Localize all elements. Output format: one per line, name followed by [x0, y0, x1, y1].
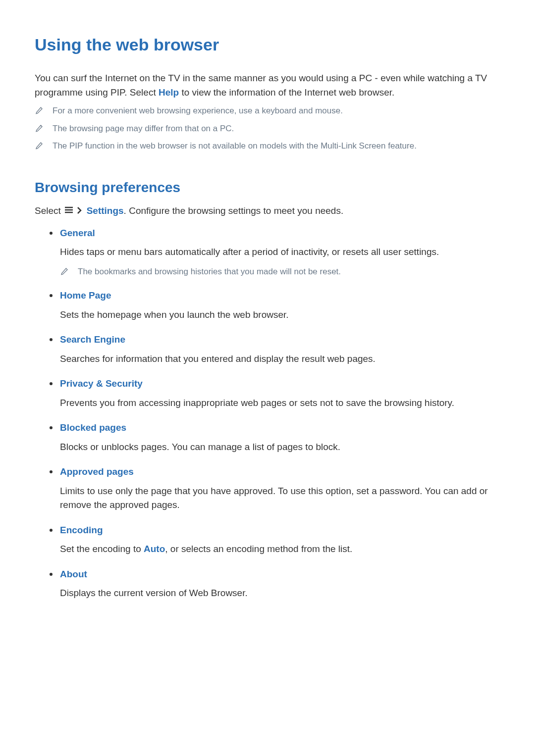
intro-paragraph: You can surf the Internet on the TV in t…: [35, 71, 500, 100]
preferences-list: General Hides taps or menu bars automati…: [35, 226, 500, 601]
pref-title: About: [60, 567, 87, 582]
settings-instruction: Select Settings. Configure the browsing …: [35, 204, 500, 218]
pref-item-encoding: Encoding Set the encoding to Auto, or se…: [50, 523, 500, 556]
bullet-icon: [50, 529, 53, 532]
bullet-icon: [50, 426, 53, 429]
pref-description: Limits to use only the page that you hav…: [60, 484, 500, 512]
bullet-icon: [50, 294, 53, 297]
pref-title: General: [60, 226, 95, 241]
pref-item-approved-pages: Approved pages Limits to use only the pa…: [50, 465, 500, 512]
pencil-icon: [35, 141, 44, 151]
notes-section: For a more convenient web browsing exper…: [35, 104, 500, 152]
note-text: The browsing page may differ from that o…: [53, 122, 234, 135]
encoding-desc-pre: Set the encoding to: [60, 544, 144, 554]
settings-text-pre: Select: [35, 205, 63, 216]
pref-description: Prevents you from accessing inappropriat…: [60, 396, 500, 410]
note-item: For a more convenient web browsing exper…: [35, 104, 500, 117]
encoding-auto-highlight: Auto: [144, 544, 165, 554]
section-title-browsing-preferences: Browsing preferences: [35, 177, 500, 198]
intro-text-post: to view the information of the Internet …: [179, 87, 394, 98]
pref-title: Home Page: [60, 289, 111, 303]
pref-description: Blocks or unblocks pages. You can manage…: [60, 440, 500, 454]
bullet-icon: [50, 338, 53, 341]
pref-note: The bookmarks and browsing histories tha…: [60, 265, 500, 278]
bullet-icon: [50, 573, 53, 576]
hamburger-icon: [64, 203, 73, 218]
pref-title: Blocked pages: [60, 421, 126, 435]
pencil-icon: [35, 105, 44, 115]
pref-item-search-engine: Search Engine Searches for information t…: [50, 333, 500, 366]
pref-item-blocked-pages: Blocked pages Blocks or unblocks pages. …: [50, 421, 500, 454]
pref-title: Encoding: [60, 523, 103, 538]
pref-item-home-page: Home Page Sets the homepage when you lau…: [50, 289, 500, 322]
pref-title: Privacy & Security: [60, 377, 143, 391]
pref-item-privacy-security: Privacy & Security Prevents you from acc…: [50, 377, 500, 410]
bullet-icon: [50, 232, 53, 235]
pref-item-general: General Hides taps or menu bars automati…: [50, 226, 500, 278]
note-text: The PIP function in the web browser is n…: [53, 140, 417, 152]
note-text: For a more convenient web browsing exper…: [53, 104, 343, 117]
pref-title: Search Engine: [60, 333, 125, 347]
pref-item-about: About Displays the current version of We…: [50, 567, 500, 601]
pref-description: Set the encoding to Auto, or selects an …: [60, 542, 500, 556]
pref-description: Sets the homepage when you launch the we…: [60, 308, 500, 322]
bullet-icon: [50, 470, 53, 473]
pref-description: Hides taps or menu bars automatically af…: [60, 245, 500, 259]
settings-text-post: . Configure the browsing settings to mee…: [124, 205, 344, 216]
settings-link[interactable]: Settings: [87, 205, 124, 216]
help-link[interactable]: Help: [159, 87, 179, 98]
chevron-right-icon: [76, 204, 83, 219]
note-text: The bookmarks and browsing histories tha…: [78, 265, 341, 278]
note-item: The browsing page may differ from that o…: [35, 122, 500, 135]
encoding-desc-post: , or selects an encoding method from the…: [165, 544, 352, 554]
bullet-icon: [50, 382, 53, 385]
pref-title: Approved pages: [60, 465, 134, 479]
note-item: The PIP function in the web browser is n…: [35, 140, 500, 152]
pencil-icon: [60, 266, 69, 276]
pref-description: Searches for information that you entere…: [60, 352, 500, 366]
pref-description: Displays the current version of Web Brow…: [60, 586, 500, 601]
page-title: Using the web browser: [35, 32, 500, 57]
pencil-icon: [35, 123, 44, 133]
